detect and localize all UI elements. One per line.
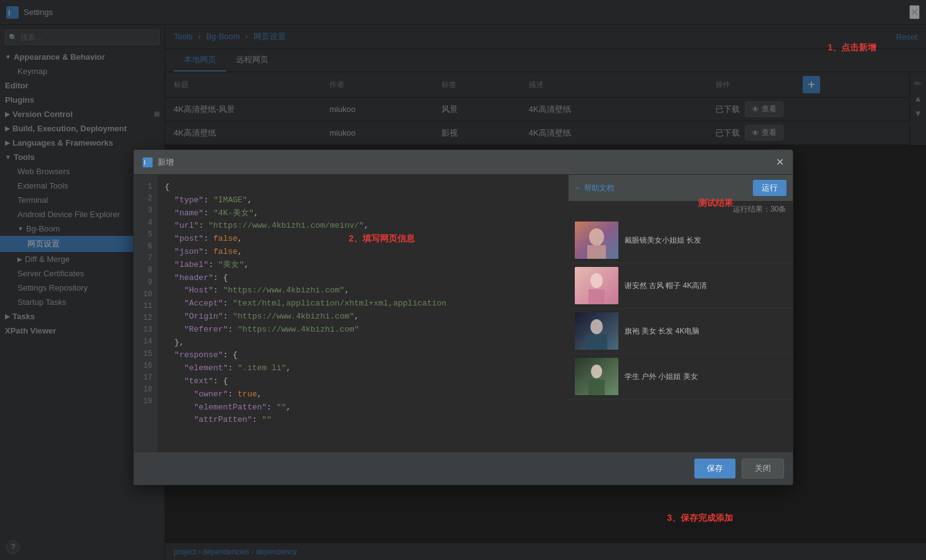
svg-rect-9: [588, 289, 605, 304]
annotation-step1: 1、点击新增: [828, 42, 876, 54]
result-thumbnail: [575, 267, 618, 304]
thumb-image: [575, 312, 618, 350]
svg-point-11: [590, 319, 603, 334]
result-label: 学生 户外 小姐姐 美女: [625, 371, 698, 382]
code-content[interactable]: { "type": "IMAGE", "name": "4K-美女", "url…: [158, 175, 568, 452]
dialog-close-button[interactable]: ✕: [776, 156, 784, 168]
results-topbar: ← 帮助文档 运行: [569, 175, 793, 202]
help-link[interactable]: ← 帮助文档: [575, 183, 614, 194]
result-label: 戴眼镜美女小姐姐 长发: [625, 235, 701, 246]
dialog-title-left: I 新增: [143, 157, 174, 168]
code-editor[interactable]: 12345678910111213141516171819 { "type": …: [134, 175, 569, 452]
result-label: 旗袍 美女 长发 4K电脑: [625, 326, 700, 337]
thumb-image: [575, 267, 618, 304]
main-window: I Settings ✕ 🔍 ▼ Appearance & Behavior K…: [0, 0, 926, 560]
save-button[interactable]: 保存: [694, 459, 735, 478]
result-thumbnail: [575, 358, 618, 395]
dialog: I 新增 ✕ 12345678910111213141516171819 { "…: [133, 149, 793, 485]
dialog-body: 12345678910111213141516171819 { "type": …: [134, 175, 793, 452]
results-count: 运行结果：30条: [569, 202, 793, 218]
result-thumbnail: [575, 312, 618, 350]
dialog-logo: I: [143, 157, 153, 167]
list-item: 学生 户外 小姐姐 美女: [569, 354, 793, 399]
thumb-image: [575, 222, 618, 259]
dialog-footer: 保存 关闭: [134, 452, 793, 485]
svg-rect-12: [586, 335, 607, 350]
svg-rect-6: [587, 245, 606, 259]
dialog-overlay: I 新增 ✕ 12345678910111213141516171819 { "…: [0, 0, 926, 560]
line-numbers: 12345678910111213141516171819: [134, 175, 158, 452]
results-list: 戴眼镜美女小姐姐 长发: [569, 218, 793, 452]
svg-rect-15: [588, 380, 605, 395]
thumb-image: [575, 358, 618, 395]
list-item: 戴眼镜美女小姐姐 长发: [569, 218, 793, 263]
svg-point-5: [589, 228, 604, 246]
svg-text:I: I: [144, 159, 146, 166]
dialog-title-text: 新增: [158, 157, 174, 168]
run-button[interactable]: 运行: [753, 180, 787, 196]
dialog-titlebar: I 新增 ✕: [134, 150, 793, 175]
annotation-step3: 3、保存完成添加: [667, 513, 733, 524]
svg-point-8: [590, 273, 603, 288]
result-thumbnail: [575, 222, 618, 259]
list-item: 旗袍 美女 长发 4K电脑: [569, 309, 793, 354]
list-item: 谢安然 古风 帽子 4K高清: [569, 263, 793, 309]
results-panel: ← 帮助文档 运行 运行结果：30条: [569, 175, 793, 452]
svg-point-14: [591, 365, 602, 378]
dialog-close-footer-button[interactable]: 关闭: [742, 459, 784, 478]
result-label: 谢安然 古风 帽子 4K高清: [625, 281, 707, 291]
